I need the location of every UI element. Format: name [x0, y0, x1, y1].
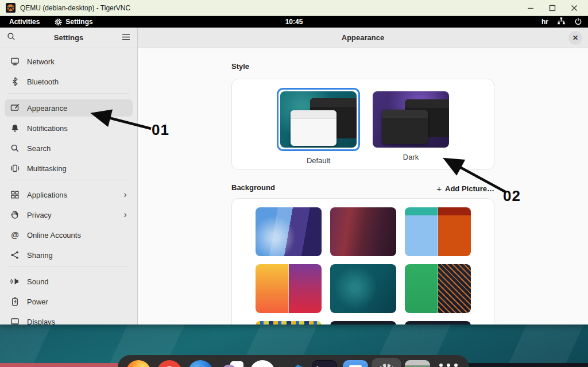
- background-section-header: Background + Add Picture…: [231, 183, 494, 194]
- dock-terminal-icon[interactable]: ›_: [312, 360, 337, 367]
- sidebar-item-label: Multitasking: [27, 164, 67, 173]
- hand-icon: [10, 210, 20, 219]
- theme-option-default[interactable]: Default: [277, 88, 360, 165]
- background-section-heading: Background: [231, 183, 275, 194]
- sidebar-item-power[interactable]: Power: [5, 293, 133, 310]
- theme-label-default: Default: [307, 156, 330, 165]
- sidebar-item-bluetooth[interactable]: Bluetooth: [5, 73, 133, 90]
- maximize-button[interactable]: [549, 5, 556, 11]
- sidebar-item-label: Power: [27, 298, 48, 306]
- gear-icon: [377, 363, 396, 367]
- sidebar-item-label: Privacy: [27, 211, 52, 219]
- display-icon: [10, 317, 20, 324]
- gnome-top-bar: Activities Settings 10:45 hr: [0, 16, 588, 28]
- wallpaper-thumbnail[interactable]: [405, 264, 471, 313]
- default-theme-preview: [280, 91, 357, 148]
- wallpaper-thumbnail[interactable]: [405, 207, 471, 256]
- share-icon: [10, 250, 20, 260]
- theme-option-dark[interactable]: Dark: [373, 91, 449, 161]
- wallpaper-grid: [231, 198, 494, 324]
- sidebar-item-notifications[interactable]: Notifications: [5, 119, 133, 137]
- dock-chrome-icon[interactable]: [157, 360, 182, 367]
- apps-grid-icon: [10, 190, 20, 199]
- sidebar-item-label: Appearance: [27, 104, 67, 113]
- chevron-right-icon: ›: [123, 210, 127, 221]
- dock: ›_: [118, 355, 469, 367]
- dock-slack-icon[interactable]: [250, 360, 275, 367]
- sidebar-item-sound[interactable]: Sound: [5, 273, 133, 290]
- network-icon[interactable]: [557, 17, 566, 27]
- wallpaper-thumbnail[interactable]: [256, 264, 322, 313]
- theme-label-dark: Dark: [403, 153, 419, 161]
- sidebar-item-multitasking[interactable]: Multitasking: [5, 160, 133, 177]
- close-button[interactable]: [571, 5, 578, 11]
- network-icon: [10, 57, 20, 66]
- sidebar-item-label: Notifications: [27, 124, 68, 133]
- dock-thunderbird-icon[interactable]: [188, 360, 213, 367]
- preview-front-window: [291, 110, 336, 146]
- sidebar-title: Settings: [16, 33, 122, 42]
- dock-settings-icon[interactable]: [374, 360, 399, 367]
- sidebar-item-label: Sound: [27, 277, 49, 286]
- vnc-viewer-screen: QEMU (debian-desktop) - TigerVNC Activit…: [0, 0, 588, 367]
- tigervnc-logo-icon: [6, 3, 16, 13]
- sidebar-separator: [8, 93, 129, 94]
- sidebar-item-sharing[interactable]: Sharing: [5, 246, 133, 264]
- chevron-right-icon: ›: [123, 190, 127, 200]
- battery-icon: [10, 297, 20, 306]
- dock-files-icon[interactable]: [343, 360, 368, 367]
- preview-front-window: [382, 110, 428, 144]
- search-icon: [10, 144, 20, 153]
- sidebar-item-applications[interactable]: Applications ›: [5, 186, 133, 203]
- sidebar-item-label: Displays: [27, 318, 55, 325]
- dock-vscode-icon[interactable]: [281, 360, 306, 367]
- hamburger-menu-icon[interactable]: [122, 33, 130, 43]
- sidebar-item-network[interactable]: Network: [5, 53, 133, 70]
- wallpaper-thumbnail[interactable]: [330, 264, 396, 313]
- bell-icon: [10, 123, 20, 133]
- sidebar-separator: [8, 180, 129, 180]
- dock-app-grid-icon[interactable]: [436, 360, 461, 367]
- appearance-panel: Appearance ✕ Style: [138, 28, 588, 324]
- sidebar-item-search[interactable]: Search: [5, 140, 133, 157]
- dark-theme-preview: [373, 91, 449, 148]
- sidebar-item-appearance[interactable]: Appearance: [5, 99, 133, 117]
- sidebar-item-privacy[interactable]: Privacy ›: [5, 206, 133, 223]
- add-picture-button[interactable]: + Add Picture…: [436, 184, 494, 194]
- desktop-wallpaper: Settings Network Bluetooth: [0, 28, 588, 367]
- at-icon: @: [10, 230, 20, 239]
- wallpaper-thumbnail[interactable]: [405, 321, 471, 324]
- sidebar-item-label: Bluetooth: [27, 78, 59, 86]
- style-section-heading: Style: [231, 62, 494, 72]
- minimize-button[interactable]: [527, 5, 534, 11]
- wallpaper-thumbnail[interactable]: [256, 321, 322, 324]
- wallpaper-thumbnail[interactable]: [256, 207, 322, 256]
- style-card: Default Dark: [231, 79, 494, 170]
- plus-icon: +: [436, 184, 442, 194]
- settings-window: Settings Network Bluetooth: [0, 28, 588, 324]
- wallpaper-thumbnail[interactable]: [330, 321, 396, 324]
- sidebar-item-label: Online Accounts: [27, 231, 81, 239]
- keyboard-layout-indicator[interactable]: hr: [541, 18, 548, 26]
- sidebar-separator: [8, 266, 129, 267]
- power-icon[interactable]: [574, 17, 582, 27]
- panel-header: Appearance ✕: [138, 28, 588, 48]
- multitasking-icon: [10, 164, 20, 173]
- sidebar-nav: Network Bluetooth Appearance Notificatio…: [0, 48, 137, 324]
- settings-sidebar: Settings Network Bluetooth: [0, 28, 138, 324]
- wallpaper-thumbnail[interactable]: [330, 207, 396, 256]
- bluetooth-icon: [10, 77, 20, 86]
- clock[interactable]: 10:45: [0, 18, 588, 26]
- sidebar-item-online-accounts[interactable]: @ Online Accounts: [5, 226, 133, 244]
- sidebar-item-label: Applications: [27, 191, 67, 199]
- panel-content: Style Default: [138, 48, 588, 324]
- search-icon[interactable]: [7, 32, 16, 43]
- sidebar-item-displays[interactable]: Displays: [5, 313, 133, 324]
- window-title: QEMU (debian-desktop) - TigerVNC: [20, 4, 130, 12]
- dock-pidgin-icon[interactable]: [219, 360, 244, 367]
- panel-close-button[interactable]: ✕: [568, 31, 582, 45]
- dock-firefox-icon[interactable]: [126, 360, 151, 367]
- vnc-titlebar: QEMU (debian-desktop) - TigerVNC: [0, 0, 588, 16]
- add-picture-label: Add Picture…: [445, 184, 494, 193]
- dock-trash-icon[interactable]: [405, 360, 430, 367]
